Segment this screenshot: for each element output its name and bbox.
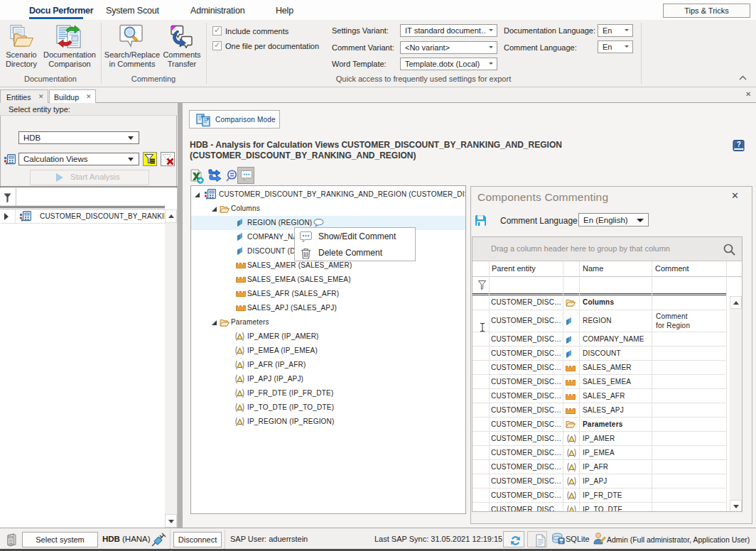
svg-text:?: ?: [737, 141, 741, 148]
